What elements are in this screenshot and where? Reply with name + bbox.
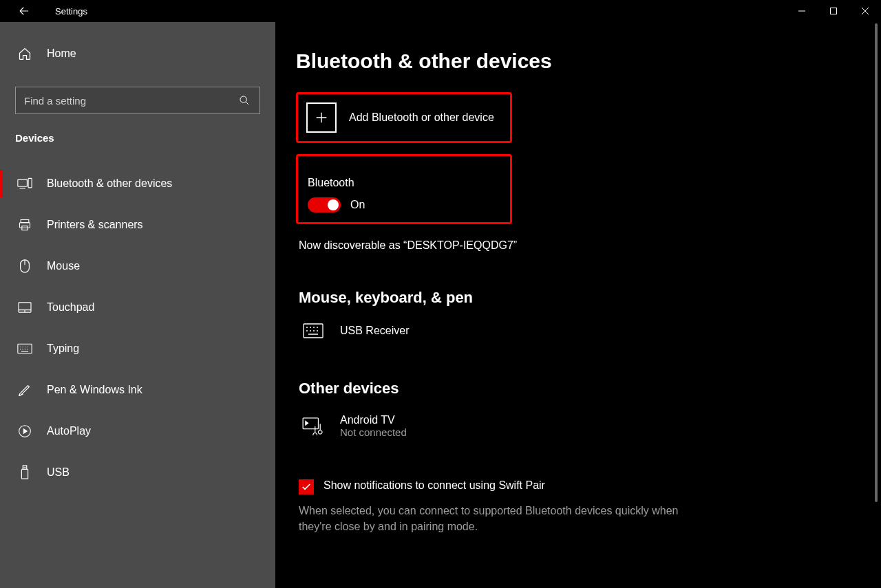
svg-rect-4 bbox=[21, 220, 29, 223]
nav-item-label: Pen & Windows Ink bbox=[47, 384, 142, 396]
nav-item-label: Mouse bbox=[47, 260, 80, 272]
nav-item-label: Touchpad bbox=[47, 301, 94, 314]
section-heading-mouse: Mouse, keyboard, & pen bbox=[299, 289, 881, 307]
search-input[interactable] bbox=[24, 95, 237, 107]
bluetooth-toggle[interactable] bbox=[308, 197, 341, 213]
home-button[interactable]: Home bbox=[15, 39, 260, 69]
back-button[interactable] bbox=[14, 1, 34, 21]
app-title: Settings bbox=[55, 6, 87, 17]
category-title: Devices bbox=[15, 132, 260, 144]
discoverable-text: Now discoverable as “DESKTOP-IEQQDG7” bbox=[299, 239, 881, 252]
svg-rect-11 bbox=[23, 466, 27, 470]
swift-pair-description: When selected, you can connect to suppor… bbox=[299, 503, 684, 534]
nav-item-usb[interactable]: USB bbox=[0, 452, 275, 493]
device-row-android-tv[interactable]: Android TV Not connected bbox=[296, 410, 881, 442]
maximize-button[interactable] bbox=[818, 0, 849, 22]
touchpad-icon bbox=[15, 301, 34, 314]
nav-item-label: AutoPlay bbox=[47, 425, 91, 437]
usb-icon bbox=[15, 465, 34, 480]
printer-icon bbox=[15, 218, 34, 232]
highlight-bluetooth-toggle: Bluetooth On bbox=[296, 154, 512, 224]
autoplay-icon bbox=[15, 424, 34, 438]
nav-item-label: USB bbox=[47, 466, 70, 479]
content-area: Bluetooth & other devices Add Bluetooth … bbox=[275, 22, 881, 588]
bluetooth-state-label: On bbox=[350, 199, 365, 211]
nav-item-touchpad[interactable]: Touchpad bbox=[0, 287, 275, 328]
svg-rect-5 bbox=[20, 223, 30, 228]
nav-item-label: Printers & scanners bbox=[47, 219, 143, 231]
media-device-icon bbox=[299, 417, 328, 435]
home-label: Home bbox=[47, 47, 76, 60]
mouse-icon bbox=[15, 259, 34, 274]
svg-rect-0 bbox=[831, 8, 837, 14]
add-device-button[interactable]: Add Bluetooth or other device bbox=[301, 97, 507, 138]
svg-rect-12 bbox=[21, 469, 28, 479]
svg-rect-2 bbox=[18, 179, 28, 186]
title-bar: Settings bbox=[0, 0, 881, 22]
nav-item-pen[interactable]: Pen & Windows Ink bbox=[0, 369, 275, 411]
swift-pair-checkbox[interactable] bbox=[299, 479, 314, 494]
nav-item-printers[interactable]: Printers & scanners bbox=[0, 204, 275, 246]
plus-icon bbox=[306, 102, 337, 133]
device-name: USB Receiver bbox=[340, 325, 409, 337]
devices-icon bbox=[15, 177, 34, 190]
search-box[interactable] bbox=[15, 87, 260, 114]
nav-item-autoplay[interactable]: AutoPlay bbox=[0, 411, 275, 452]
bluetooth-label: Bluetooth bbox=[308, 177, 500, 189]
device-status: Not connected bbox=[340, 426, 407, 438]
add-device-label: Add Bluetooth or other device bbox=[349, 111, 494, 124]
swift-pair-label: Show notifications to connect using Swif… bbox=[323, 479, 545, 492]
section-heading-other: Other devices bbox=[299, 380, 881, 398]
pen-icon bbox=[15, 382, 34, 398]
minimize-button[interactable] bbox=[786, 0, 818, 22]
nav-item-bluetooth[interactable]: Bluetooth & other devices bbox=[0, 163, 275, 204]
highlight-add-device: Add Bluetooth or other device bbox=[296, 92, 512, 143]
keyboard-icon bbox=[15, 343, 34, 354]
scrollbar[interactable] bbox=[873, 23, 880, 587]
close-button[interactable] bbox=[849, 0, 881, 22]
search-icon bbox=[237, 95, 251, 106]
device-row-usb-receiver[interactable]: USB Receiver bbox=[296, 319, 881, 342]
nav-item-label: Bluetooth & other devices bbox=[47, 177, 172, 190]
keyboard-icon bbox=[299, 323, 328, 338]
svg-rect-3 bbox=[28, 178, 32, 188]
nav-item-typing[interactable]: Typing bbox=[0, 328, 275, 369]
nav-item-label: Typing bbox=[47, 342, 79, 355]
nav-item-mouse[interactable]: Mouse bbox=[0, 246, 275, 287]
device-name: Android TV bbox=[340, 414, 407, 426]
home-icon bbox=[15, 47, 34, 61]
svg-point-1 bbox=[240, 96, 246, 102]
sidebar: Home Devices Bluetooth & other devices bbox=[0, 22, 275, 588]
page-title: Bluetooth & other devices bbox=[296, 50, 881, 73]
